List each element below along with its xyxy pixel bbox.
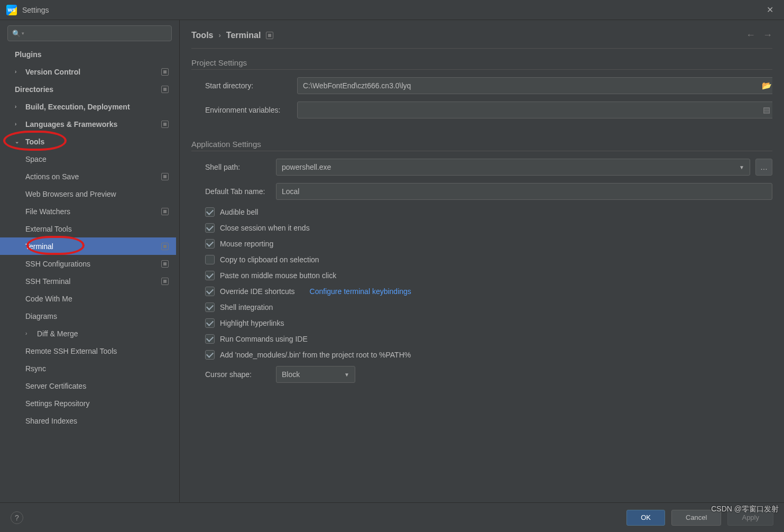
checkbox-row: Close session when it ends [191, 223, 772, 233]
sidebar-item-diff-merge[interactable]: ›Diff & Merge [0, 325, 176, 342]
checkbox[interactable] [205, 271, 215, 280]
nav-back-icon[interactable]: ← [746, 30, 755, 41]
sidebar-item-diagrams[interactable]: Diagrams [0, 307, 176, 325]
checkbox[interactable] [205, 318, 215, 328]
search-input[interactable]: 🔍 ▾ [7, 25, 172, 41]
label-start-directory: Start directory: [191, 81, 297, 90]
folder-open-icon[interactable]: 📂 [761, 80, 772, 91]
sidebar-item-label: External Tools [25, 225, 72, 233]
divider [191, 69, 772, 70]
sidebar-item-build-execution-deployment[interactable]: ›Build, Execution, Deployment [0, 98, 176, 115]
checkbox-row: Shell integration [191, 302, 772, 312]
sidebar-item-ssh-terminal[interactable]: SSH Terminal [0, 272, 176, 290]
sidebar-item-label: Rsync [25, 364, 46, 373]
breadcrumb-parent[interactable]: Tools [191, 31, 213, 40]
breadcrumb-current: Terminal [226, 31, 261, 40]
checkbox-row: Audible bell [191, 207, 772, 217]
sidebar-item-web-browsers-and-preview[interactable]: Web Browsers and Preview [0, 185, 176, 203]
checkbox-label: Copy to clipboard on selection [220, 255, 319, 264]
sidebar-item-terminal[interactable]: Terminal [0, 237, 176, 255]
settings-tree[interactable]: Plugins›Version ControlDirectories›Build… [0, 45, 179, 502]
sidebar-item-code-with-me[interactable]: Code With Me [0, 290, 176, 307]
browse-button[interactable]: … [755, 159, 772, 176]
list-edit-icon[interactable]: ▤ [761, 104, 772, 116]
checkbox[interactable] [205, 350, 215, 360]
sidebar-item-label: Actions on Save [25, 172, 79, 181]
help-button[interactable]: ? [11, 511, 23, 524]
section-project-settings: Project Settings [191, 58, 772, 67]
checkbox[interactable] [205, 223, 215, 233]
sidebar-item-label: Build, Execution, Deployment [25, 103, 130, 111]
checkbox[interactable] [205, 255, 215, 264]
chevron-down-icon[interactable]: ⌄ [15, 139, 19, 144]
checkbox-label: Highlight hyperlinks [220, 319, 284, 327]
breadcrumb: Tools › Terminal ← → [191, 30, 772, 49]
search-dropdown-icon[interactable]: ▾ [22, 31, 24, 36]
scope-badge-icon [161, 278, 169, 285]
sidebar-item-file-watchers[interactable]: File Watchers [0, 203, 176, 220]
checkbox-label: Audible bell [220, 208, 258, 216]
checkbox[interactable] [205, 287, 215, 296]
sidebar-item-server-certificates[interactable]: Server Certificates [0, 377, 176, 395]
chevron-right-icon: › [218, 31, 220, 39]
checkbox-row: Paste on middle mouse button click [191, 271, 772, 280]
default-tab-input[interactable]: Local [276, 183, 772, 200]
nav-forward-icon[interactable]: → [763, 30, 772, 41]
scope-badge-icon [161, 173, 169, 180]
sidebar-item-settings-repository[interactable]: Settings Repository [0, 395, 176, 412]
label-env-vars: Environment variables: [191, 106, 297, 114]
env-vars-input[interactable] [297, 102, 772, 118]
sidebar-item-external-tools[interactable]: External Tools [0, 220, 176, 237]
checkbox-row: Copy to clipboard on selection [191, 255, 772, 264]
ok-button[interactable]: OK [626, 510, 665, 526]
configure-keybindings-link[interactable]: Configure terminal keybindings [310, 287, 411, 296]
sidebar-item-label: Languages & Frameworks [25, 120, 117, 129]
shell-path-combo[interactable]: powershell.exe ▼ [276, 159, 750, 176]
window-title: Settings [22, 6, 49, 14]
checkbox-label: Close session when it ends [220, 224, 310, 232]
sidebar-item-label: Server Certificates [25, 382, 86, 390]
sidebar-item-plugins[interactable]: Plugins [0, 45, 176, 63]
chevron-right-icon[interactable]: › [15, 69, 16, 75]
cancel-button[interactable]: Cancel [671, 510, 721, 526]
apply-button[interactable]: Apply [727, 510, 773, 526]
sidebar-item-languages-frameworks[interactable]: ›Languages & Frameworks [0, 115, 176, 133]
checkbox[interactable] [205, 239, 215, 249]
checkbox[interactable] [205, 207, 215, 217]
sidebar-item-label: Shared Indexes [25, 417, 77, 425]
chevron-right-icon[interactable]: › [15, 104, 16, 109]
divider [191, 151, 772, 151]
settings-sidebar: 🔍 ▾ Plugins›Version ControlDirectories›B… [0, 20, 180, 502]
checkbox-row: Run Commands using IDE [191, 334, 772, 344]
start-directory-input[interactable]: C:\WebFontEnd\czt666.cn3.0\lyq [297, 77, 772, 94]
titlebar: WS Settings ✕ [0, 0, 784, 20]
scope-badge-icon [161, 86, 169, 93]
sidebar-item-space[interactable]: Space [0, 150, 176, 168]
sidebar-item-label: File Watchers [25, 207, 70, 216]
sidebar-item-actions-on-save[interactable]: Actions on Save [0, 168, 176, 185]
scope-badge-icon [161, 68, 169, 76]
sidebar-item-directories[interactable]: Directories [0, 80, 176, 98]
checkbox-row: Add 'node_modules/.bin' from the project… [191, 350, 772, 360]
checkbox-label: Shell integration [220, 303, 273, 311]
checkbox[interactable] [205, 302, 215, 312]
close-icon[interactable]: ✕ [762, 3, 778, 17]
sidebar-item-rsync[interactable]: Rsync [0, 360, 176, 377]
sidebar-item-label: Remote SSH External Tools [25, 347, 117, 355]
settings-main: Tools › Terminal ← → Project Settings St… [180, 20, 784, 502]
sidebar-item-remote-ssh-external-tools[interactable]: Remote SSH External Tools [0, 342, 176, 360]
checkbox-label: Mouse reporting [220, 240, 273, 248]
sidebar-item-label: Settings Repository [25, 399, 89, 408]
checkbox-row: Mouse reporting [191, 239, 772, 249]
sidebar-item-ssh-configurations[interactable]: SSH Configurations [0, 255, 176, 272]
section-application-settings: Application Settings [191, 140, 772, 149]
chevron-right-icon[interactable]: › [25, 331, 27, 336]
sidebar-item-tools[interactable]: ⌄Tools [0, 133, 176, 150]
sidebar-item-label: SSH Configurations [25, 260, 90, 268]
scope-badge-icon [161, 208, 169, 215]
sidebar-item-version-control[interactable]: ›Version Control [0, 63, 176, 80]
chevron-right-icon[interactable]: › [15, 121, 16, 127]
cursor-shape-combo[interactable]: Block ▼ [276, 366, 355, 383]
checkbox[interactable] [205, 334, 215, 344]
sidebar-item-shared-indexes[interactable]: Shared Indexes [0, 412, 176, 429]
